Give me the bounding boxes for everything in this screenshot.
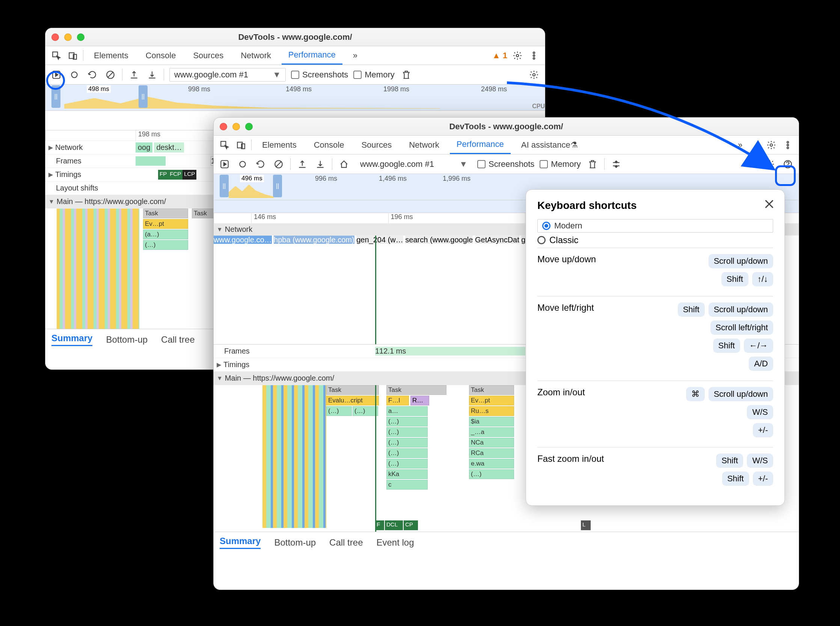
- key-chip: +/-: [753, 423, 773, 437]
- reload-icon[interactable]: [254, 158, 267, 171]
- overview-handle-right[interactable]: ||: [273, 175, 282, 197]
- svg-point-19: [240, 161, 245, 167]
- overview-handle-right[interactable]: ||: [139, 85, 148, 108]
- shortcut-group: Zoom in/out⌘Scroll up/downW/S+/-: [537, 380, 773, 447]
- screenshots-checkbox[interactable]: Screenshots: [291, 70, 348, 80]
- performance-toolbar: www.google.com #1▼ Screenshots Memory: [214, 155, 799, 174]
- flame-stripes: [262, 385, 326, 528]
- annotation-circle-record: [46, 71, 65, 90]
- btab-summary[interactable]: Summary: [220, 536, 261, 549]
- btab-bottomup[interactable]: Bottom-up: [274, 537, 316, 548]
- tab-sources[interactable]: Sources: [354, 136, 398, 154]
- inspect-element-icon[interactable]: [50, 49, 63, 62]
- memory-checkbox[interactable]: Memory: [540, 159, 581, 169]
- upload-icon[interactable]: [296, 158, 309, 171]
- upload-icon[interactable]: [128, 68, 141, 81]
- download-icon[interactable]: [146, 68, 158, 81]
- svg-point-3: [516, 54, 519, 57]
- collect-garbage-icon[interactable]: [400, 68, 413, 81]
- record-reload-button[interactable]: [218, 158, 231, 171]
- download-icon[interactable]: [314, 158, 327, 171]
- shortcut-row: Move left/rightShiftScroll up/down: [537, 302, 773, 317]
- cpu-label: CPU: [532, 103, 545, 110]
- overview-time-label: 498 ms: [87, 85, 111, 93]
- recording-select[interactable]: www.google.com #1▼: [356, 157, 472, 171]
- shortcut-keys: Scroll up/down: [709, 254, 773, 268]
- marker-line: [375, 385, 376, 532]
- overview-handle-left[interactable]: ||: [220, 175, 229, 197]
- record-button[interactable]: [236, 158, 249, 171]
- shortcut-keys: Shift←/→: [713, 338, 773, 353]
- warning-icon[interactable]: ▲ 1: [492, 51, 507, 61]
- shortcut-keys: ShiftScroll up/down: [678, 302, 773, 317]
- btab-bottomup[interactable]: Bottom-up: [106, 335, 148, 345]
- tab-elements[interactable]: Elements: [87, 46, 135, 65]
- key-chip: Shift: [721, 272, 748, 286]
- shortcut-row: Fast zoom in/outShiftW/S: [537, 454, 773, 468]
- divider: [290, 158, 290, 170]
- capture-settings-gear-icon[interactable]: [763, 158, 776, 171]
- tab-console[interactable]: Console: [139, 46, 183, 65]
- shortcut-keys: +/-: [753, 423, 773, 437]
- more-tabs[interactable]: »: [346, 46, 364, 65]
- divider: [604, 158, 604, 170]
- key-chip: W/S: [747, 454, 773, 468]
- key-chip: Shift: [722, 471, 749, 486]
- timeline-overview[interactable]: || CPU 498 ms || 998 ms 1498 ms 1998 ms …: [45, 85, 545, 111]
- shortcut-label: Move left/right: [537, 302, 594, 313]
- tab-console[interactable]: Console: [307, 136, 351, 154]
- warning-icon[interactable]: ▲: [753, 140, 761, 150]
- panel-title: Keyboard shortcuts: [537, 200, 773, 211]
- shortcut-row: Zoom in/out⌘Scroll up/down: [537, 387, 773, 401]
- reload-icon[interactable]: [86, 68, 99, 81]
- btab-eventlog[interactable]: Event log: [376, 537, 414, 548]
- clear-icon[interactable]: [272, 158, 285, 171]
- record-button[interactable]: [68, 68, 81, 81]
- more-tabs[interactable]: »: [731, 136, 749, 154]
- memory-checkbox[interactable]: Memory: [353, 70, 394, 80]
- screenshots-checkbox[interactable]: Screenshots: [477, 159, 534, 169]
- annotation-circle-help: [775, 165, 796, 186]
- performance-toolbar: www.google.com #1▼ Screenshots Memory: [45, 65, 545, 85]
- flame-stripes: [57, 208, 139, 329]
- btab-calltree[interactable]: Call tree: [161, 335, 195, 345]
- device-toolbar-icon[interactable]: [66, 49, 79, 62]
- settings-gear-icon[interactable]: [511, 49, 524, 62]
- tab-elements[interactable]: Elements: [255, 136, 303, 154]
- capture-settings-gear-icon[interactable]: [528, 68, 540, 81]
- clear-icon[interactable]: [104, 68, 117, 81]
- tab-network[interactable]: Network: [234, 46, 278, 65]
- divider: [164, 69, 164, 80]
- flask-icon: ⚗: [570, 140, 578, 150]
- recording-select[interactable]: www.google.com #1▼: [169, 68, 286, 81]
- svg-point-5: [533, 55, 535, 56]
- tab-performance[interactable]: Performance: [450, 136, 511, 154]
- key-chip: ←/→: [744, 338, 773, 353]
- tab-network[interactable]: Network: [402, 136, 446, 154]
- shortcut-keys: Shift+/-: [722, 471, 773, 486]
- btab-calltree[interactable]: Call tree: [329, 537, 363, 548]
- window-title: DevTools - www.google.com/: [45, 32, 545, 42]
- device-toolbar-icon[interactable]: [235, 139, 247, 152]
- tab-ai-assistance[interactable]: AI assistance ⚗: [514, 136, 585, 154]
- svg-point-8: [71, 72, 77, 77]
- shortcut-group: Fast zoom in/outShiftW/SShift+/-: [537, 447, 773, 496]
- kebab-menu-icon[interactable]: [781, 139, 794, 152]
- home-icon[interactable]: [337, 158, 350, 171]
- inspect-element-icon[interactable]: [218, 139, 231, 152]
- shortcut-keys: W/S: [747, 405, 773, 419]
- shortcut-label: Move up/down: [537, 254, 596, 264]
- shortcut-row: Shift↑/↓: [537, 272, 773, 286]
- close-icon[interactable]: [763, 198, 775, 210]
- shortcut-row: Shift+/-: [537, 471, 773, 486]
- btab-summary[interactable]: Summary: [52, 333, 92, 346]
- dock-toggle-icon[interactable]: [610, 158, 623, 171]
- tab-performance[interactable]: Performance: [282, 46, 342, 65]
- radio-classic[interactable]: Classic: [537, 235, 773, 246]
- cpu-sparkline: [64, 94, 440, 109]
- tab-sources[interactable]: Sources: [186, 46, 230, 65]
- collect-garbage-icon[interactable]: [586, 158, 599, 171]
- settings-gear-icon[interactable]: [765, 139, 778, 152]
- kebab-menu-icon[interactable]: [528, 49, 540, 62]
- radio-modern[interactable]: Modern: [537, 219, 773, 233]
